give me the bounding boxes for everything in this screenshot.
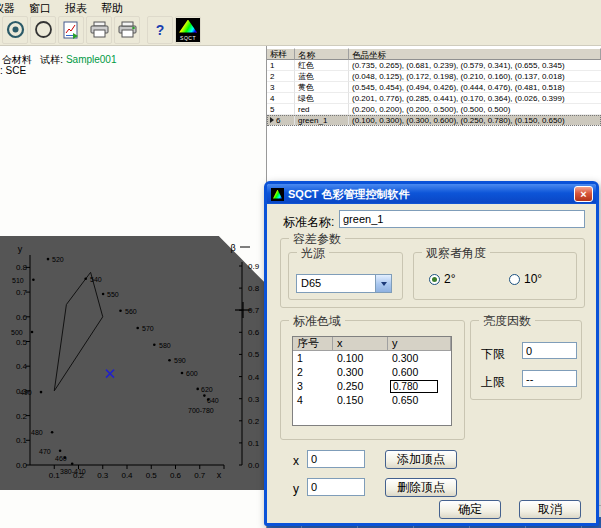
y-input-label: y <box>293 482 299 496</box>
report-button[interactable] <box>58 16 84 44</box>
svg-text:0.7: 0.7 <box>248 306 260 315</box>
svg-text:580: 580 <box>159 342 171 349</box>
light-source-combobox[interactable]: D65 <box>296 274 392 293</box>
row-coords: (0.735, 0.265), (0.681, 0.239), (0.579, … <box>349 60 601 71</box>
svg-text:0.7: 0.7 <box>194 471 206 480</box>
row-coords: (0.200, 0.200), (0.200, 0.500), (0.500, … <box>349 104 601 115</box>
chevron-down-icon[interactable] <box>375 275 391 292</box>
standards-table: 标样 名称 色品坐标 1 红色 (0.735, 0.265), (0.681, … <box>267 48 601 126</box>
gamut-cell: 0.300 <box>388 351 451 365</box>
svg-text:510: 510 <box>12 277 24 284</box>
cancel-button[interactable]: 取消 <box>519 500 581 519</box>
dialog-title: SQCT 色彩管理控制软件 <box>288 187 410 202</box>
sqct-logo-icon: SQCT <box>176 18 200 42</box>
header-id: 标样 <box>267 48 295 60</box>
table-row[interactable]: 2 蓝色 (0.048, 0.125), (0.172, 0.198), (0.… <box>267 71 601 82</box>
table-row[interactable]: 4 绿色 (0.201, 0.776), (0.285, 0.441), (0.… <box>267 93 601 104</box>
help-button[interactable]: ? <box>147 16 173 44</box>
gamut-cell: 1 <box>293 351 333 365</box>
svg-text:0.1: 0.1 <box>248 439 260 448</box>
material-fragment: 合材料 <box>2 54 32 65</box>
report-icon <box>63 21 79 39</box>
delete-vertex-button[interactable]: 删除顶点 <box>385 478 457 497</box>
svg-text:480: 480 <box>31 429 43 436</box>
upper-limit-label: 上限 <box>481 374 505 391</box>
radio-observer-2deg[interactable]: 2° <box>429 272 455 286</box>
svg-text:590: 590 <box>174 357 186 364</box>
svg-text:490: 490 <box>20 389 32 396</box>
svg-text:0.4: 0.4 <box>248 373 260 382</box>
gamut-row[interactable]: 2 0.300 0.600 <box>293 365 451 379</box>
row-id: 3 <box>267 82 295 93</box>
svg-text:540: 540 <box>90 276 102 283</box>
gamut-cell: 0.650 <box>388 393 451 407</box>
dialog-color-standard: SQCT 色彩管理控制软件 × 标准名称: 容差参数 光源 D65 观察者角度 … <box>264 181 599 526</box>
row-coords: (0.048, 0.125), (0.172, 0.198), (0.210, … <box>349 71 601 82</box>
ok-button[interactable]: 确定 <box>439 500 501 519</box>
row-coords: (0.545, 0.454), (0.494, 0.426), (0.444, … <box>349 82 601 93</box>
svg-text:0.1: 0.1 <box>16 436 28 445</box>
close-button[interactable]: × <box>574 186 593 202</box>
gamut-vertex-table[interactable]: 序号 x y 1 0.100 0.300 2 0.300 0.600 3 0.2… <box>292 336 452 426</box>
gamut-cell: 0.300 <box>333 365 388 379</box>
sample-name: Sample001 <box>66 54 117 65</box>
rainbow-graphic <box>179 20 197 33</box>
svg-text:520: 520 <box>52 256 64 263</box>
gamut-row-editing[interactable]: 3 0.250 <box>293 379 451 393</box>
row-id: 2 <box>267 71 295 82</box>
table-row[interactable]: 1 红色 (0.735, 0.265), (0.681, 0.239), (0.… <box>267 60 601 71</box>
print-export-button[interactable] <box>114 16 140 44</box>
gamut-header-y: y <box>388 337 451 351</box>
gamut-row[interactable]: 1 0.100 0.300 <box>293 351 451 365</box>
radio-observer-10deg[interactable]: 10° <box>509 272 542 286</box>
y-input[interactable] <box>307 478 365 496</box>
print-button[interactable] <box>86 16 112 44</box>
row-name: 蓝色 <box>295 71 349 82</box>
standard-name-input[interactable] <box>339 210 585 228</box>
sqct-logo-button[interactable]: SQCT <box>175 16 201 44</box>
lower-limit-input[interactable] <box>522 342 577 359</box>
row-coords: (0.100, 0.300), (0.300, 0.600), (0.250, … <box>349 115 601 126</box>
gamut-y-edit-input[interactable] <box>390 380 438 393</box>
gamut-header-x: x <box>333 337 388 351</box>
gamut-header-index: 序号 <box>293 337 333 351</box>
row-name: red <box>295 104 349 115</box>
svg-text:0.6: 0.6 <box>170 471 182 480</box>
dialog-title-bar[interactable]: SQCT 色彩管理控制软件 <box>267 184 596 204</box>
radio-label: 2° <box>444 272 455 286</box>
svg-text:0.6: 0.6 <box>248 328 260 337</box>
svg-text:380-410: 380-410 <box>60 468 86 475</box>
x-axis-title: x <box>217 470 222 480</box>
svg-text:0.4: 0.4 <box>121 471 133 480</box>
svg-text:600: 600 <box>186 370 198 377</box>
toolbar: ? SQCT <box>0 14 601 46</box>
table-row-selected[interactable]: 6 green_1 (0.100, 0.300), (0.300, 0.600)… <box>267 115 601 126</box>
svg-text:500: 500 <box>11 329 23 336</box>
circle-button[interactable] <box>30 16 56 44</box>
standards-table-header: 标样 名称 色品坐标 <box>267 48 601 60</box>
svg-text:0.0: 0.0 <box>248 461 260 470</box>
upper-limit-input[interactable] <box>522 370 577 387</box>
svg-text:470: 470 <box>39 448 51 455</box>
x-input[interactable] <box>307 450 365 468</box>
svg-text:550: 550 <box>107 291 119 298</box>
svg-text:0.5: 0.5 <box>146 471 158 480</box>
svg-text:0.9: 0.9 <box>248 262 260 271</box>
svg-text:0.4: 0.4 <box>16 362 28 371</box>
svg-text:570: 570 <box>142 325 154 332</box>
table-row[interactable]: 5 red (0.200, 0.200), (0.200, 0.500), (0… <box>267 104 601 115</box>
y-tick-labels: 0.0 0.1 0.2 0.3 0.4 0.5 0.6 0.7 0.8 <box>16 263 28 470</box>
gamut-cell: 0.150 <box>333 393 388 407</box>
table-row[interactable]: 3 黄色 (0.545, 0.454), (0.494, 0.426), (0.… <box>267 82 601 93</box>
svg-text:640: 640 <box>207 397 219 404</box>
y-axis-title: y <box>18 244 23 254</box>
gamut-row[interactable]: 4 0.150 0.650 <box>293 393 451 407</box>
circle-icon <box>34 20 53 39</box>
row-id: 4 <box>267 93 295 104</box>
target-button[interactable] <box>2 16 28 44</box>
add-vertex-button[interactable]: 添加顶点 <box>385 450 457 469</box>
gamut-cell: 4 <box>293 393 333 407</box>
menu-bar: 仪器窗口报表帮助 <box>0 0 601 14</box>
gamut-table-header: 序号 x y <box>293 337 451 351</box>
row-id: 6 <box>267 115 295 126</box>
